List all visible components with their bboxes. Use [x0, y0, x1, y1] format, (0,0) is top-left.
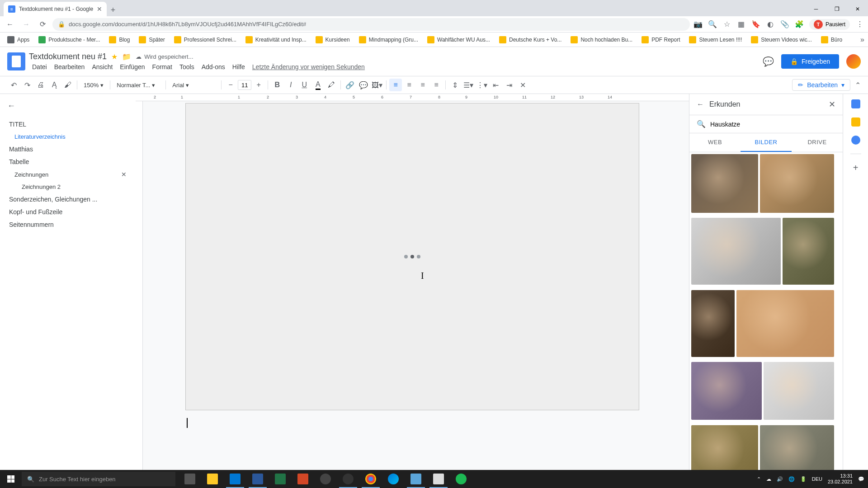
style-select[interactable]: Normaler T...▾ [113, 79, 163, 91]
tray-battery-icon[interactable]: 🔋 [800, 476, 807, 482]
outline-item[interactable]: Matthias [7, 143, 128, 155]
keep-icon[interactable] [851, 117, 860, 127]
numbered-list-button[interactable]: ☰▾ [462, 79, 475, 91]
italic-button[interactable]: I [284, 79, 297, 91]
bookmark-item[interactable]: Später [135, 34, 168, 45]
explore-search[interactable]: 🔍 [689, 115, 843, 133]
edit-mode-select[interactable]: ✏ Bearbeiten ▾ [792, 79, 850, 91]
menu-hilfe[interactable]: Hilfe [229, 62, 248, 71]
zoom-select[interactable]: 150%▾ [80, 79, 107, 91]
excel-taskbar-icon[interactable] [269, 470, 291, 488]
close-window-button[interactable]: ✕ [847, 2, 868, 16]
tray-network-icon[interactable]: 🌐 [788, 476, 795, 482]
star-icon[interactable]: ★ [111, 52, 118, 61]
maximize-button[interactable]: ❐ [826, 2, 847, 16]
print-button[interactable]: 🖨 [34, 79, 47, 91]
clip-icon[interactable]: 📎 [780, 20, 789, 29]
zoom-icon[interactable]: 🔍 [708, 20, 717, 29]
docs-logo[interactable] [7, 52, 25, 70]
line-spacing-button[interactable]: ⇕ [448, 79, 461, 91]
image-result[interactable] [760, 154, 834, 213]
new-tab-button[interactable]: + [107, 4, 119, 16]
menu-ansicht[interactable]: Ansicht [89, 62, 116, 71]
increase-indent-button[interactable]: ⇥ [503, 79, 515, 91]
camera-icon[interactable]: 📷 [693, 20, 703, 29]
forward-button[interactable]: → [20, 18, 33, 31]
apps-bookmark[interactable]: Apps [4, 34, 33, 45]
menu-einfuegen[interactable]: Einfügen [117, 62, 148, 71]
menu-icon[interactable]: ⋮ [855, 20, 864, 29]
extensions-icon[interactable]: 🧩 [795, 20, 804, 29]
bulleted-list-button[interactable]: ⋮▾ [476, 79, 488, 91]
star-icon[interactable]: ☆ [722, 20, 731, 29]
font-select[interactable]: Arial▾ [169, 79, 218, 91]
reload-button[interactable]: ⟳ [36, 18, 49, 31]
close-icon[interactable]: ✕ [121, 171, 127, 178]
clear-format-button[interactable]: ✕ [516, 79, 529, 91]
explore-tab-bilder[interactable]: BILDER [741, 133, 792, 152]
browser-tab[interactable]: ≡ Textdokument neu #1 - Google ✕ [4, 2, 107, 16]
outline-item[interactable]: Zeichnungen 2 [7, 181, 128, 193]
outline-back-button[interactable]: ← [7, 101, 128, 111]
minimize-button[interactable]: ─ [806, 2, 826, 16]
qr-icon[interactable]: ▦ [737, 20, 746, 29]
text-color-button[interactable]: A [311, 79, 324, 91]
bookmark-item[interactable]: Professionell Schrei... [170, 34, 240, 45]
collapse-toolbar-button[interactable]: ⌃ [855, 81, 861, 89]
underline-button[interactable]: U [298, 79, 311, 91]
bookmark-item[interactable]: Deutsche Kurs + Vo... [495, 34, 565, 45]
notepad-taskbar-icon[interactable] [405, 470, 427, 488]
menu-tools[interactable]: Tools [176, 62, 198, 71]
document-title[interactable]: Textdokument neu #1 [29, 52, 107, 61]
explore-tab-web[interactable]: WEB [689, 133, 741, 152]
bookmark-item[interactable]: Blog [105, 34, 133, 45]
spellcheck-button[interactable]: Ą [48, 79, 61, 91]
task-view-button[interactable] [179, 470, 201, 488]
outline-item[interactable]: TITEL [7, 118, 128, 131]
redo-button[interactable]: ↷ [21, 79, 33, 91]
bookmark-item[interactable]: Steuern Videos wic... [747, 34, 816, 45]
calendar-icon[interactable] [851, 99, 860, 108]
menu-bearbeiten[interactable]: Bearbeiten [51, 62, 88, 71]
back-button[interactable]: ← [4, 18, 16, 31]
outline-item[interactable]: Zeichnungen✕ [7, 168, 128, 181]
outline-item[interactable]: Kopf- und Fußzeile [7, 206, 128, 218]
image-result[interactable] [691, 218, 781, 285]
font-size-input[interactable]: 11 [238, 80, 251, 90]
tray-clock[interactable]: 13:31 23.02.2021 [828, 473, 853, 485]
document-canvas[interactable]: 2 1 1 2 3 4 5 6 7 8 9 10 11 12 13 14 [136, 94, 689, 488]
app2-taskbar-icon[interactable] [428, 470, 449, 488]
link-button[interactable]: 🔗 [344, 79, 356, 91]
taskbar-search[interactable]: 🔍 Zur Suche Text hier eingeben [22, 472, 175, 486]
profile-badge[interactable]: T Pausiert [809, 19, 850, 30]
tray-notifications-icon[interactable]: 💬 [858, 476, 864, 482]
incognito-icon[interactable]: ◐ [766, 20, 775, 29]
bookmark-item[interactable]: Wahlfächer WU Aus... [424, 34, 494, 45]
bookmark-item[interactable]: Mindmapping (Gru... [355, 34, 422, 45]
paint-format-button[interactable]: 🖌 [61, 79, 74, 91]
align-justify-button[interactable]: ≡ [430, 79, 443, 91]
menu-addons[interactable]: Add-ons [198, 62, 228, 71]
bookmark-item[interactable]: PDF Report [638, 34, 684, 45]
obs-taskbar-icon[interactable] [337, 470, 359, 488]
horizontal-ruler[interactable]: 2 1 1 2 3 4 5 6 7 8 9 10 11 12 13 14 [136, 94, 689, 101]
decrease-indent-button[interactable]: ⇤ [489, 79, 502, 91]
bold-button[interactable]: B [271, 79, 283, 91]
image-result[interactable] [691, 362, 762, 420]
image-result[interactable] [736, 290, 834, 357]
image-result[interactable] [764, 362, 834, 420]
powerpoint-taskbar-icon[interactable] [292, 470, 314, 488]
highlight-button[interactable]: 🖍 [325, 79, 338, 91]
vertical-ruler[interactable] [136, 101, 143, 488]
undo-button[interactable]: ↶ [7, 79, 20, 91]
explore-tab-drive[interactable]: DRIVE [792, 133, 843, 152]
menu-datei[interactable]: Datei [29, 62, 50, 71]
outline-item[interactable]: Tabelle [7, 155, 128, 168]
outline-item[interactable]: Seitennummern [7, 218, 128, 231]
image-result[interactable] [691, 290, 735, 357]
outline-item[interactable]: Literaturverzeichnis [7, 131, 128, 143]
user-avatar[interactable] [846, 54, 861, 69]
tray-language[interactable]: DEU [812, 476, 822, 482]
comment-button[interactable]: 💬 [357, 79, 370, 91]
explore-back-button[interactable]: ← [697, 100, 704, 108]
